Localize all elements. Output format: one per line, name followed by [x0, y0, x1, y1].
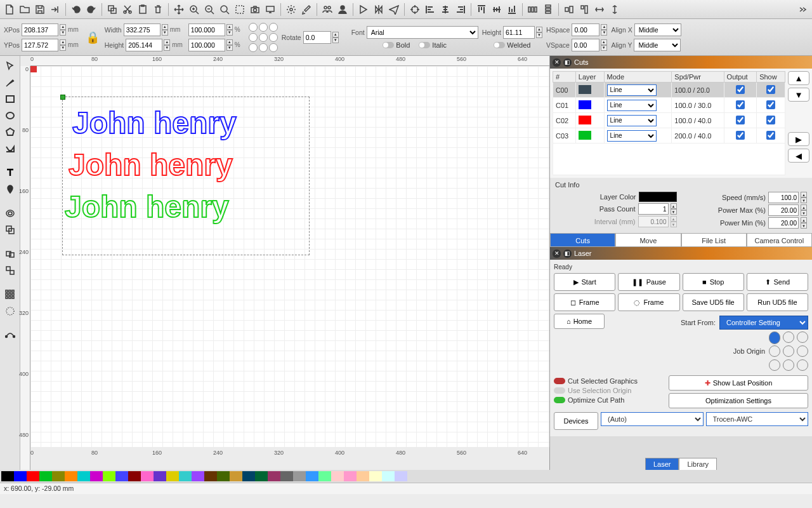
send-icon[interactable]	[387, 3, 401, 17]
monitor-icon[interactable]	[263, 3, 277, 17]
paste-icon[interactable]	[136, 3, 150, 17]
palette-color[interactable]	[192, 471, 204, 481]
frame-box-button[interactable]: ◻ Frame	[554, 293, 615, 311]
cut-row[interactable]: C03Line200.0 / 40.0	[553, 128, 785, 144]
cut-row[interactable]: C00Line100.0 / 20.0	[553, 83, 785, 98]
text-object-3[interactable]: John henry	[65, 189, 229, 224]
width-input[interactable]	[124, 23, 160, 36]
italic-toggle[interactable]: Italic	[419, 41, 447, 49]
move-up-button[interactable]: ▲	[788, 71, 809, 85]
start-button[interactable]: ▶ Start	[554, 273, 615, 291]
close-icon[interactable]: ✕	[553, 250, 561, 258]
anchor-grid[interactable]	[249, 23, 278, 52]
align-right-icon[interactable]	[454, 3, 468, 17]
canvas-grid[interactable]: John henry John henry John henry	[30, 66, 549, 447]
zoom-frame-icon[interactable]	[233, 3, 247, 17]
import-icon[interactable]	[48, 3, 62, 17]
palette-color[interactable]	[255, 471, 268, 481]
lock-icon[interactable]: 🔒	[84, 27, 101, 48]
stop-button[interactable]: ■ Stop	[683, 273, 744, 291]
tools-icon[interactable]	[299, 3, 313, 17]
weld-tool-icon[interactable]	[3, 222, 18, 237]
select-tool-icon[interactable]	[3, 58, 18, 74]
palette-color[interactable]	[204, 471, 217, 481]
offset-tool-icon[interactable]	[3, 206, 18, 221]
user-icon[interactable]	[336, 3, 350, 17]
users-icon[interactable]	[320, 3, 334, 17]
send-button[interactable]: ⬆ Send	[747, 273, 808, 291]
palette-color[interactable]	[27, 471, 39, 481]
palette-color[interactable]	[14, 471, 27, 481]
palette-color[interactable]	[217, 471, 230, 481]
pan-icon[interactable]	[172, 3, 186, 17]
mirror-h-icon[interactable]	[372, 3, 386, 17]
zoom-out-icon[interactable]	[218, 3, 232, 17]
welded-toggle[interactable]: Welded	[494, 41, 530, 49]
dist-v-icon[interactable]	[541, 3, 555, 17]
palette-color[interactable]	[280, 471, 293, 481]
aligny-select[interactable]: Middle	[634, 39, 681, 51]
scale-y-input[interactable]	[188, 39, 225, 51]
cut-row[interactable]: C02Line100.0 / 40.0	[553, 113, 785, 128]
same-height-icon[interactable]	[577, 3, 591, 17]
show-last-position-button[interactable]: ✚ Show Last Position	[669, 375, 808, 391]
power-min-input[interactable]	[768, 217, 799, 229]
tab-camera[interactable]: Camera Control	[747, 233, 812, 247]
arrange-h-icon[interactable]	[593, 3, 606, 17]
palette-color[interactable]	[103, 471, 115, 481]
tab-cuts[interactable]: Cuts	[550, 233, 615, 247]
copy-icon[interactable]	[105, 3, 119, 17]
devices-button[interactable]: Devices	[554, 412, 598, 430]
optimize-toggle[interactable]	[554, 397, 565, 403]
pause-button[interactable]: ❚❚ Pause	[618, 273, 679, 291]
palette-color[interactable]	[128, 471, 141, 481]
palette-color[interactable]	[369, 471, 382, 481]
height-input[interactable]	[126, 39, 162, 51]
zoom-in-icon[interactable]	[202, 3, 216, 17]
save-ud5-button[interactable]: Save UD5 file	[683, 293, 744, 311]
palette-color[interactable]	[306, 471, 318, 481]
palette-color[interactable]	[344, 471, 357, 481]
use-selection-toggle[interactable]	[554, 387, 565, 394]
alignx-select[interactable]: Middle	[634, 23, 681, 36]
cut-icon[interactable]	[121, 3, 134, 17]
palette-color[interactable]	[1, 471, 14, 481]
palette-color[interactable]	[179, 471, 192, 481]
move-down-button[interactable]: ▼	[788, 88, 809, 102]
palette-color[interactable]	[141, 471, 154, 481]
text-object-1[interactable]: John henry	[72, 105, 237, 140]
canvas[interactable]: 0 80 160 240 320 400 480 560 640 0 80 16…	[20, 56, 549, 470]
palette-color[interactable]	[52, 471, 65, 481]
align-middle-icon[interactable]	[490, 3, 504, 17]
palette-color[interactable]	[242, 471, 255, 481]
palette-color[interactable]	[268, 471, 280, 481]
palette-color[interactable]	[39, 471, 52, 481]
same-width-icon[interactable]	[562, 3, 576, 17]
palette-color[interactable]	[331, 471, 344, 481]
camera-icon[interactable]	[248, 3, 262, 17]
device-select[interactable]: (Auto)	[601, 412, 704, 426]
palette-color[interactable]	[382, 471, 395, 481]
ellipse-tool-icon[interactable]	[3, 108, 18, 123]
palette-color[interactable]	[293, 471, 306, 481]
palette-color[interactable]	[395, 471, 407, 481]
palette-color[interactable]	[90, 471, 103, 481]
text-height-input[interactable]	[503, 26, 535, 39]
palette-color[interactable]	[318, 471, 331, 481]
polyline-tool-icon[interactable]	[3, 141, 18, 156]
font-select[interactable]: Arial	[367, 26, 478, 39]
power-max-input[interactable]	[768, 204, 799, 216]
arrange-v-icon[interactable]	[608, 3, 622, 17]
bold-toggle[interactable]: Bold	[383, 41, 410, 49]
hspace-input[interactable]	[572, 23, 599, 36]
undo-icon[interactable]	[69, 3, 83, 17]
palette-color[interactable]	[77, 471, 90, 481]
close-icon[interactable]: ✕	[553, 58, 561, 67]
text-object-2[interactable]: John henry	[69, 147, 233, 182]
cut-row[interactable]: C01Line100.0 / 30.0	[553, 98, 785, 113]
vspace-input[interactable]	[572, 39, 599, 51]
xpos-input[interactable]	[22, 23, 58, 36]
rotate-input[interactable]	[303, 31, 331, 44]
controller-select[interactable]: Trocen-AWC	[706, 412, 809, 426]
preview-icon[interactable]	[357, 3, 370, 17]
